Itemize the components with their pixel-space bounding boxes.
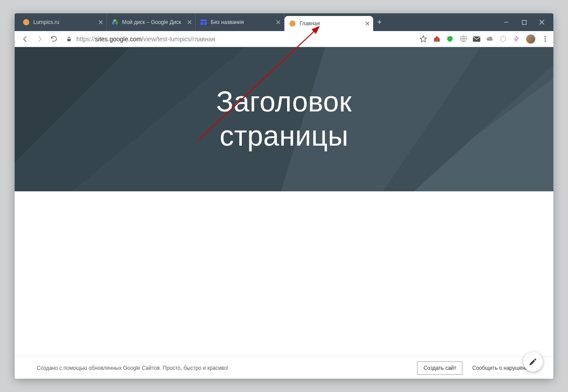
tab-close-icon[interactable] [275, 19, 281, 25]
ext-hex-icon[interactable] [499, 35, 507, 43]
svg-rect-15 [67, 39, 71, 41]
svg-rect-9 [201, 20, 207, 21]
tab-untitled-sites[interactable]: Без названия [196, 13, 284, 31]
tab-title: Главная [300, 20, 362, 27]
sites-favicon-icon [200, 19, 207, 26]
ext-cloud-icon[interactable] [486, 35, 494, 43]
tab-main-active[interactable]: Главная [284, 16, 373, 31]
page-title: Заголовок страницы [15, 47, 553, 153]
lumpics-favicon-icon [289, 20, 296, 27]
edit-fab-button[interactable] [523, 352, 543, 372]
titlebar: Lumpics.ru Мой диск – Google Диск Без [15, 13, 553, 31]
lock-icon [66, 36, 72, 42]
menu-button[interactable] [541, 35, 549, 43]
svg-rect-14 [522, 20, 526, 24]
profile-avatar[interactable] [526, 34, 536, 44]
window-controls [497, 13, 553, 31]
toolbar-icons [416, 34, 549, 44]
page-footer: Создано с помощью обновленных Google Сай… [15, 356, 553, 379]
ext-shield-icon[interactable] [446, 35, 454, 43]
footer-blurb: Создано с помощью обновленных Google Сай… [37, 365, 417, 371]
tab-lumpics[interactable]: Lumpics.ru [18, 13, 107, 31]
hero-banner: Заголовок страницы [15, 47, 553, 191]
tab-close-icon[interactable] [364, 20, 371, 27]
browser-window: Lumpics.ru Мой диск – Google Диск Без [15, 13, 553, 379]
drive-favicon-icon [111, 19, 118, 26]
svg-rect-18 [473, 36, 481, 42]
kebab-icon [544, 36, 546, 42]
page-title-line1: Заголовок [216, 86, 351, 118]
svg-rect-11 [204, 22, 207, 25]
url-input[interactable]: https://sites.google.com/view/test-lumpi… [62, 33, 414, 45]
svg-marker-3 [116, 20, 118, 23]
reload-button[interactable] [47, 33, 60, 45]
new-tab-button[interactable]: + [373, 13, 386, 31]
page-content: Заголовок страницы Создано с помощью обн… [15, 47, 553, 379]
svg-point-0 [23, 19, 29, 25]
tab-title: Мой диск – Google Диск [122, 19, 184, 25]
tab-title: Без названия [211, 19, 272, 25]
ext-lightning-icon[interactable] [513, 35, 521, 43]
maximize-button[interactable] [515, 13, 533, 31]
svg-point-12 [289, 20, 296, 27]
tab-close-icon[interactable] [186, 19, 193, 25]
svg-rect-16 [436, 40, 438, 42]
ext-mail-icon[interactable] [473, 35, 481, 43]
close-window-button[interactable] [533, 13, 551, 31]
star-icon[interactable] [419, 35, 427, 43]
url-host: sites.google.com [95, 36, 142, 43]
forward-button[interactable] [33, 33, 46, 45]
minimize-button[interactable] [497, 13, 515, 31]
report-abuse-link[interactable]: Сообщить о нарушении [472, 365, 531, 371]
tab-close-icon[interactable] [98, 19, 104, 25]
tab-strip: Lumpics.ru Мой диск – Google Диск Без [15, 13, 497, 31]
lumpics-favicon-icon [23, 19, 30, 26]
back-button[interactable] [19, 33, 32, 45]
ext-home-icon[interactable] [433, 35, 441, 43]
url-path: /view/test-lumpics/главная [142, 36, 215, 43]
tab-title: Lumpics.ru [33, 19, 95, 25]
tab-drive[interactable]: Мой диск – Google Диск [107, 13, 196, 31]
address-bar: https://sites.google.com/view/test-lumpi… [15, 31, 553, 47]
pencil-icon [529, 357, 537, 366]
create-site-button[interactable]: Создать сайт [417, 361, 462, 375]
svg-rect-10 [201, 22, 203, 25]
page-title-line2: страницы [220, 120, 348, 152]
url-scheme: https:// [76, 36, 95, 43]
ext-globe-icon[interactable] [459, 35, 467, 43]
